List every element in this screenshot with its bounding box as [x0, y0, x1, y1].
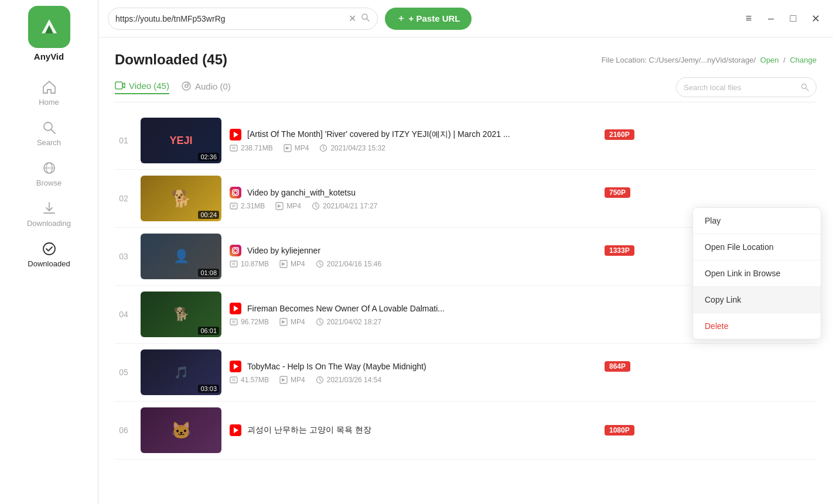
url-bar[interactable]: https://youtu.be/tnMFp53wrRg ✕: [108, 8, 378, 30]
youtube-icon-4: [230, 424, 241, 436]
svg-point-12: [802, 84, 807, 89]
video-format: MP4: [275, 202, 301, 210]
downloaded-icon: [41, 241, 57, 257]
video-info: [Artist Of The Month] 'River' covered by…: [230, 129, 817, 152]
sidebar-item-browse-label: Browse: [36, 179, 62, 187]
video-thumbnail[interactable]: YEJI 02:36: [141, 118, 221, 163]
video-title-row: 괴성이 난무하는 고양이 목욕 현장 1080P: [230, 424, 817, 436]
video-thumbnail[interactable]: 🐕 06:01: [141, 292, 221, 337]
sidebar-item-home[interactable]: Home: [0, 73, 98, 111]
search-local-input[interactable]: [684, 83, 796, 92]
search-local-icon: [801, 83, 809, 91]
window-controls: ≡ – □ ✕: [740, 11, 824, 27]
video-title-row: Video by ganchi_with_kotetsu 750P: [230, 187, 817, 198]
svg-marker-48: [282, 320, 285, 324]
menu-button[interactable]: ≡: [740, 11, 757, 27]
app-logo: [28, 6, 70, 48]
video-index: 04: [115, 310, 132, 319]
video-info: Video by ganchi_with_kotetsu 750P 2.31MB…: [230, 187, 817, 210]
url-clear-button[interactable]: ✕: [349, 13, 356, 24]
sidebar-nav: Home Search Browse Downloading: [0, 73, 98, 273]
sidebar-item-downloading-label: Downloading: [27, 219, 71, 228]
context-menu-copy-link[interactable]: Copy Link: [693, 287, 821, 313]
tab-audio[interactable]: Audio (0): [181, 81, 231, 94]
titlebar: https://youtu.be/tnMFp53wrRg ✕ ＋ + Paste…: [98, 0, 833, 37]
tab-audio-label: Audio (0): [195, 81, 231, 91]
close-button[interactable]: ✕: [807, 11, 824, 27]
video-duration: 00:24: [198, 211, 219, 219]
video-meta: 238.71MB MP4 2021/04/23 15:32: [230, 144, 817, 152]
sidebar-item-downloaded-label: Downloaded: [28, 259, 70, 268]
svg-line-2: [51, 130, 55, 134]
video-info: TobyMac - Help Is On The Way (Maybe Midn…: [230, 361, 817, 384]
video-index: 05: [115, 368, 132, 377]
svg-rect-16: [230, 145, 237, 151]
video-index: 01: [115, 136, 132, 145]
video-format: MP4: [279, 260, 305, 268]
video-duration: 06:01: [198, 327, 219, 335]
tab-video[interactable]: Video (45): [115, 80, 169, 94]
svg-marker-30: [278, 204, 281, 208]
paste-url-label: + Paste URL: [409, 13, 460, 23]
video-title-row: [Artist Of The Month] 'River' covered by…: [230, 129, 817, 140]
video-format: MP4: [279, 318, 305, 326]
video-thumbnail[interactable]: 🎵 03:03: [141, 349, 221, 395]
context-menu-play[interactable]: Play: [693, 208, 821, 234]
sidebar-item-browse[interactable]: Browse: [0, 154, 98, 192]
svg-rect-26: [230, 203, 237, 209]
video-item: 01 YEJI 02:36 [Artist Of The Month] 'Riv…: [115, 112, 817, 170]
sidebar-item-search-label: Search: [37, 138, 61, 147]
youtube-icon-3: [230, 361, 241, 372]
url-search-button[interactable]: [361, 13, 370, 25]
video-duration: 03:03: [198, 385, 219, 393]
sidebar-item-downloading[interactable]: Downloading: [0, 194, 98, 232]
change-location-link[interactable]: Change: [790, 56, 817, 64]
video-duration: 01:08: [198, 269, 219, 277]
downloading-icon: [41, 200, 57, 217]
video-date: 2021/04/23 15:32: [319, 144, 385, 152]
video-thumbnail[interactable]: 🐕 00:24: [141, 176, 221, 221]
svg-line-8: [367, 19, 369, 21]
sidebar-item-downloaded[interactable]: Downloaded: [0, 235, 98, 273]
sidebar-item-home-label: Home: [39, 98, 59, 107]
video-size: 2.31MB: [230, 202, 265, 210]
video-title: TobyMac - Help Is On The Way (Maybe Midn…: [247, 362, 599, 371]
svg-marker-40: [282, 262, 285, 266]
content-area: Downloaded (45) File Location: C:/Users/…: [98, 37, 833, 504]
video-title-row: TobyMac - Help Is On The Way (Maybe Midn…: [230, 361, 817, 372]
svg-point-10: [182, 82, 190, 90]
video-quality: 750P: [605, 187, 630, 198]
youtube-icon: [230, 129, 241, 140]
svg-point-35: [238, 248, 239, 249]
video-format: MP4: [279, 376, 305, 384]
video-item: 05 🎵 03:03 TobyMac - Help Is On The Way …: [115, 344, 817, 402]
paste-url-button[interactable]: ＋ + Paste URL: [385, 8, 472, 30]
video-date: 2021/04/16 15:46: [316, 260, 381, 268]
maximize-button[interactable]: □: [785, 11, 801, 27]
content-header: Downloaded (45) File Location: C:/Users/…: [115, 52, 817, 68]
page-title: Downloaded (45): [115, 52, 227, 68]
tabs-bar: Video (45) Audio (0): [115, 77, 817, 102]
sidebar-item-search[interactable]: Search: [0, 114, 98, 152]
svg-marker-20: [286, 146, 289, 150]
minimize-button[interactable]: –: [763, 11, 779, 27]
context-menu: Play Open File Location Open Link in Bro…: [692, 207, 821, 340]
context-menu-open-link-in-browse[interactable]: Open Link in Browse: [693, 260, 821, 287]
video-date: 2021/04/21 17:27: [312, 202, 377, 210]
svg-marker-56: [282, 378, 285, 382]
svg-rect-22: [230, 187, 241, 198]
search-local-files[interactable]: [676, 77, 817, 97]
video-thumbnail[interactable]: 👤 01:08: [141, 234, 221, 279]
video-quality: 1333P: [605, 245, 634, 256]
video-size: 238.71MB: [230, 144, 273, 152]
tab-group: Video (45) Audio (0): [115, 80, 231, 94]
file-location: File Location: C:/Users/Jemy/...nyVid/st…: [599, 56, 817, 64]
video-info: 괴성이 난무하는 고양이 목욕 현장 1080P: [230, 424, 817, 436]
video-thumbnail[interactable]: 🐱: [141, 407, 221, 453]
audio-tab-icon: [181, 81, 192, 91]
open-location-link[interactable]: Open: [760, 56, 779, 64]
url-text: https://youtu.be/tnMFp53wrRg: [115, 14, 344, 23]
video-index: 06: [115, 426, 132, 435]
context-menu-delete[interactable]: Delete: [693, 313, 821, 339]
context-menu-open-file-location[interactable]: Open File Location: [693, 234, 821, 260]
